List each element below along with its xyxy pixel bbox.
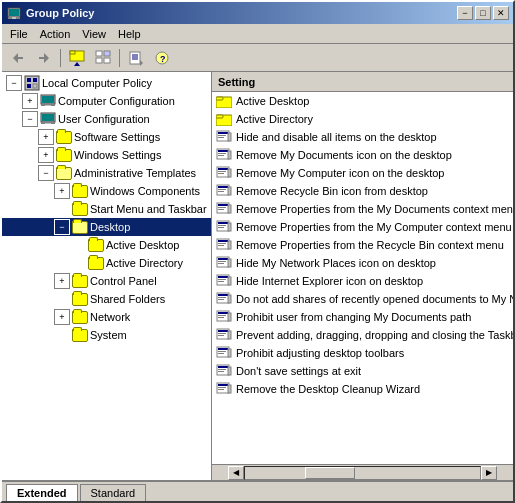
svg-rect-61 <box>228 205 231 213</box>
maximize-button[interactable]: □ <box>475 6 491 20</box>
tree-desktop[interactable]: − Desktop <box>2 218 211 236</box>
detail-item[interactable]: Do not add shares of recently opened doc… <box>212 290 513 308</box>
tree-windows-components[interactable]: + Windows Components <box>2 182 211 200</box>
view-button[interactable] <box>91 47 115 69</box>
svg-rect-110 <box>218 389 224 390</box>
up-button[interactable] <box>65 47 89 69</box>
item-label: Remove the Desktop Cleanup Wizard <box>236 383 420 395</box>
main-window: Group Policy − □ ✕ File Action View Help <box>0 0 515 503</box>
detail-item[interactable]: Prevent adding, dragging, dropping and c… <box>212 326 513 344</box>
tree-active-desktop[interactable]: Active Desktop <box>2 236 211 254</box>
h-scrollbar-thumb[interactable] <box>305 467 355 479</box>
svg-rect-83 <box>218 294 228 296</box>
setting-icon <box>216 309 232 325</box>
scroll-left-btn[interactable]: ◀ <box>228 466 244 480</box>
tree-system[interactable]: System <box>2 326 211 344</box>
svg-rect-88 <box>218 312 228 314</box>
svg-rect-66 <box>228 223 231 231</box>
svg-marker-5 <box>39 53 49 63</box>
tree-root[interactable]: − Local Computer Policy <box>2 74 211 92</box>
title-bar-left: Group Policy <box>6 5 94 21</box>
svg-rect-105 <box>218 371 224 372</box>
root-expander[interactable]: − <box>6 75 22 91</box>
svg-rect-75 <box>218 263 224 264</box>
svg-rect-103 <box>218 366 228 368</box>
menu-view[interactable]: View <box>76 26 112 42</box>
setting-icon <box>216 291 232 307</box>
windows-components-expander[interactable]: + <box>54 183 70 199</box>
user-config-expander[interactable]: − <box>22 111 38 127</box>
detail-item[interactable]: Prohibit user from changing My Documents… <box>212 308 513 326</box>
forward-button[interactable] <box>32 47 56 69</box>
policy-icon <box>24 75 40 91</box>
item-label: Do not add shares of recently opened doc… <box>236 293 513 305</box>
tree-active-directory[interactable]: Active Directory <box>2 254 211 272</box>
software-settings-expander[interactable]: + <box>38 129 54 145</box>
menu-action[interactable]: Action <box>34 26 77 42</box>
svg-rect-59 <box>218 207 226 208</box>
svg-rect-76 <box>228 259 231 267</box>
svg-rect-10 <box>104 51 110 56</box>
tab-extended[interactable]: Extended <box>6 484 78 501</box>
export-button[interactable] <box>124 47 148 69</box>
help-button[interactable]: ? <box>150 47 174 69</box>
svg-rect-99 <box>218 351 226 352</box>
tree-root-label: Local Computer Policy <box>42 77 152 89</box>
menu-help[interactable]: Help <box>112 26 147 42</box>
setting-icon <box>216 363 232 379</box>
tree-start-menu[interactable]: Start Menu and Taskbar <box>2 200 211 218</box>
detail-item[interactable]: Remove Properties from the My Documents … <box>212 200 513 218</box>
detail-item[interactable]: Remove the Desktop Cleanup Wizard <box>212 380 513 398</box>
toolbar-sep-1 <box>60 49 61 67</box>
detail-item[interactable]: Active Desktop <box>212 92 513 110</box>
desktop-expander[interactable]: − <box>54 219 70 235</box>
detail-item[interactable]: Remove My Computer icon on the desktop <box>212 164 513 182</box>
detail-item[interactable]: Hide and disable all items on the deskto… <box>212 128 513 146</box>
svg-rect-49 <box>218 171 226 172</box>
tree-computer-config[interactable]: + Computer Configuration <box>2 92 211 110</box>
window-title: Group Policy <box>26 7 94 19</box>
tree-windows-settings[interactable]: + Windows Settings <box>2 146 211 164</box>
h-scrollbar-track[interactable] <box>244 466 481 480</box>
control-panel-expander[interactable]: + <box>54 273 70 289</box>
tree-control-panel[interactable]: + Control Panel <box>2 272 211 290</box>
item-label: Remove Properties from the My Documents … <box>236 203 513 215</box>
item-label: Hide My Network Places icon on desktop <box>236 257 436 269</box>
tree-software-settings[interactable]: + Software Settings <box>2 128 211 146</box>
detail-item[interactable]: Remove Properties from the My Computer c… <box>212 218 513 236</box>
detail-item[interactable]: Prohibit adjusting desktop toolbars <box>212 344 513 362</box>
system-icon <box>72 329 88 342</box>
scroll-right-btn[interactable]: ▶ <box>481 466 497 480</box>
windows-settings-icon <box>56 149 72 162</box>
svg-rect-43 <box>218 150 228 152</box>
active-desktop-icon <box>88 239 104 252</box>
detail-item[interactable]: Active Directory <box>212 110 513 128</box>
tree-shared-folders[interactable]: Shared Folders <box>2 290 211 308</box>
computer-config-expander[interactable]: + <box>22 93 38 109</box>
svg-rect-7 <box>70 51 75 54</box>
detail-item[interactable]: Remove Recycle Bin icon from desktop <box>212 182 513 200</box>
tree-admin-templates[interactable]: − Administrative Templates <box>2 164 211 182</box>
network-expander[interactable]: + <box>54 309 70 325</box>
tab-standard[interactable]: Standard <box>80 484 147 501</box>
detail-item[interactable]: Remove My Documents icon on the desktop <box>212 146 513 164</box>
item-label: Hide and disable all items on the deskto… <box>236 131 437 143</box>
menu-file[interactable]: File <box>4 26 34 42</box>
admin-templates-expander[interactable]: − <box>38 165 54 181</box>
tree-network[interactable]: + Network <box>2 308 211 326</box>
tree-user-config[interactable]: − User Configuration <box>2 110 211 128</box>
item-icon <box>216 255 232 271</box>
item-label: Hide Internet Explorer icon on desktop <box>236 275 423 287</box>
detail-item[interactable]: Hide Internet Explorer icon on desktop <box>212 272 513 290</box>
windows-settings-expander[interactable]: + <box>38 147 54 163</box>
detail-item[interactable]: Don't save settings at exit <box>212 362 513 380</box>
detail-item[interactable]: Hide My Network Places icon on desktop <box>212 254 513 272</box>
back-button[interactable] <box>6 47 30 69</box>
h-scrollbar-area[interactable]: ◀ ▶ <box>212 464 513 480</box>
svg-rect-54 <box>218 189 226 190</box>
detail-item[interactable]: Remove Properties from the Recycle Bin c… <box>212 236 513 254</box>
setting-icon <box>216 147 232 163</box>
item-icon <box>216 201 232 217</box>
close-button[interactable]: ✕ <box>493 6 509 20</box>
minimize-button[interactable]: − <box>457 6 473 20</box>
